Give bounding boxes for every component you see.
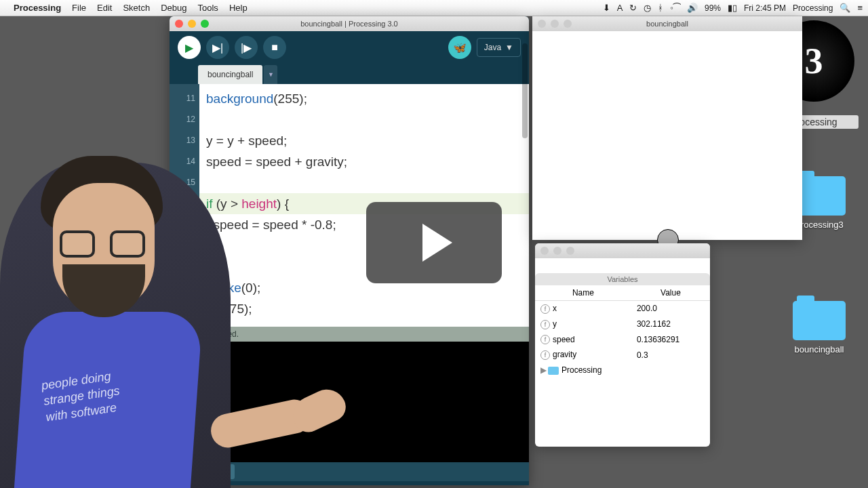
- code-text: y = y + speed;: [206, 134, 287, 148]
- run-button[interactable]: ▶: [178, 36, 201, 59]
- play-icon: [422, 224, 452, 262]
- var-value: 0.13636291: [631, 332, 710, 348]
- stop-button[interactable]: ■: [263, 36, 286, 59]
- line-number: 17: [170, 214, 195, 235]
- errors-tab[interactable]: ⚠ Errors: [189, 464, 235, 479]
- shirt-text: people doing strange things with softwar…: [41, 367, 123, 425]
- tab-menu-button[interactable]: ▼: [264, 65, 277, 84]
- menu-app[interactable]: Processing: [14, 3, 61, 13]
- window-title: bouncingball | Processing 3.0: [170, 20, 529, 28]
- language-selector[interactable]: Java▼: [477, 38, 521, 57]
- minimize-icon[interactable]: [188, 20, 196, 28]
- table-row[interactable]: ▶Processing: [535, 363, 710, 378]
- battery-icon[interactable]: ▮▯: [728, 3, 737, 13]
- menu-debug[interactable]: Debug: [161, 3, 186, 13]
- dropbox-icon[interactable]: ⬇: [603, 3, 610, 13]
- volume-icon[interactable]: 🔊: [687, 3, 698, 13]
- line-number: 14: [170, 151, 195, 172]
- sync-icon[interactable]: ↻: [629, 3, 637, 13]
- code-text: (0);: [241, 281, 261, 295]
- folder-label: bouncingball: [778, 344, 860, 354]
- errors-label: Errors: [205, 467, 228, 476]
- code-sysvar: height: [241, 197, 277, 211]
- gutter[interactable]: 11 12 13 14 15 16 17 18 19 20 21: [170, 84, 199, 327]
- field-icon: f: [540, 335, 550, 344]
- video-play-button[interactable]: [366, 202, 502, 283]
- code-text: speed = speed + gravity;: [206, 155, 347, 169]
- breakpoint-line[interactable]: 16: [170, 193, 195, 214]
- wifi-icon[interactable]: ◦⁀: [670, 3, 680, 13]
- desktop-folder-2[interactable]: bouncingball: [778, 301, 860, 354]
- field-icon: f: [540, 350, 550, 360]
- battery-percent: 99%: [705, 3, 721, 13]
- tab-sketch[interactable]: bouncingball: [198, 65, 262, 84]
- code-fn: stroke: [206, 281, 241, 295]
- var-name: y: [553, 319, 557, 329]
- var-name: Processing: [561, 365, 601, 375]
- notch-icon: ◢: [178, 467, 184, 476]
- line-number: 19: [170, 256, 195, 277]
- col-value[interactable]: Value: [631, 285, 710, 301]
- step-into-button[interactable]: |▶: [235, 36, 258, 59]
- menu-edit[interactable]: Edit: [97, 3, 112, 13]
- console-panel[interactable]: [170, 342, 529, 462]
- close-icon[interactable]: [175, 20, 183, 28]
- ide-titlebar[interactable]: bouncingball | Processing 3.0: [170, 16, 529, 31]
- minimize-icon[interactable]: [551, 20, 559, 28]
- line-number: 11: [170, 88, 195, 109]
- close-icon[interactable]: [538, 20, 546, 28]
- adobe-icon[interactable]: A: [617, 3, 623, 13]
- line-number: 21: [170, 298, 195, 319]
- code-fn: background: [206, 92, 273, 106]
- ide-footer: ◢ Console ⚠ Errors: [170, 462, 529, 481]
- field-icon: f: [540, 320, 550, 329]
- menu-tools[interactable]: Tools: [198, 3, 218, 13]
- table-row[interactable]: fy302.1162: [535, 317, 710, 332]
- sketch-canvas: [532, 31, 802, 240]
- variables-titlebar[interactable]: [535, 243, 710, 258]
- table-row[interactable]: fx200.0: [535, 301, 710, 317]
- close-icon[interactable]: [540, 247, 549, 255]
- scrollbar-thumb[interactable]: [522, 43, 528, 138]
- sketch-window: bouncingball: [532, 16, 802, 240]
- variables-table: NameValue fx200.0 fy302.1162 fspeed0.136…: [535, 285, 710, 378]
- var-value: 200.0: [631, 301, 710, 317]
- bluetooth-icon[interactable]: ᚼ: [658, 3, 663, 13]
- debug-mode-icon[interactable]: 🦋: [448, 36, 471, 59]
- clock[interactable]: Fri 2:45 PM: [744, 3, 786, 13]
- disclosure-icon[interactable]: ▶: [540, 365, 547, 375]
- notifications-icon[interactable]: ≡: [857, 3, 863, 13]
- code-keyword: if: [206, 197, 213, 211]
- table-row[interactable]: fgravity0.3: [535, 347, 710, 363]
- language-label: Java: [484, 43, 501, 52]
- chevron-down-icon: ▼: [505, 43, 513, 52]
- minimize-icon[interactable]: [553, 247, 561, 255]
- table-row[interactable]: fspeed0.13636291: [535, 332, 710, 348]
- code-text: speed = speed * -0.8;: [206, 218, 336, 232]
- code-text: (175);: [218, 302, 252, 316]
- col-name[interactable]: Name: [535, 285, 631, 301]
- zoom-icon[interactable]: [564, 20, 572, 28]
- line-number: 18: [170, 235, 195, 256]
- timemachine-icon[interactable]: ◷: [644, 3, 651, 13]
- var-value: 0.3: [631, 347, 710, 363]
- step-button[interactable]: ▶|: [206, 36, 229, 59]
- tab-bar: bouncingball ▼: [170, 64, 529, 84]
- ide-toolbar: ▶ ▶| |▶ ■ 🦋 Java▼: [170, 31, 529, 64]
- rightmost-app[interactable]: Processing: [793, 3, 833, 13]
- sketch-titlebar[interactable]: bouncingball: [532, 16, 802, 31]
- menu-sketch[interactable]: Sketch: [123, 3, 150, 13]
- var-name: speed: [553, 335, 575, 344]
- panel-title: Variables: [535, 273, 710, 285]
- zoom-icon[interactable]: [201, 20, 209, 28]
- macos-menubar: Processing File Edit Sketch Debug Tools …: [0, 0, 868, 16]
- menu-help[interactable]: Help: [229, 3, 248, 13]
- folder-icon: [793, 301, 846, 340]
- folder-icon: [548, 367, 559, 375]
- line-number: 12: [170, 109, 195, 130]
- menu-file[interactable]: File: [72, 3, 86, 13]
- code-text: ) {: [277, 197, 289, 211]
- spotlight-icon[interactable]: 🔍: [840, 3, 850, 13]
- zoom-icon[interactable]: [566, 247, 574, 255]
- code-text: (y >: [213, 197, 242, 211]
